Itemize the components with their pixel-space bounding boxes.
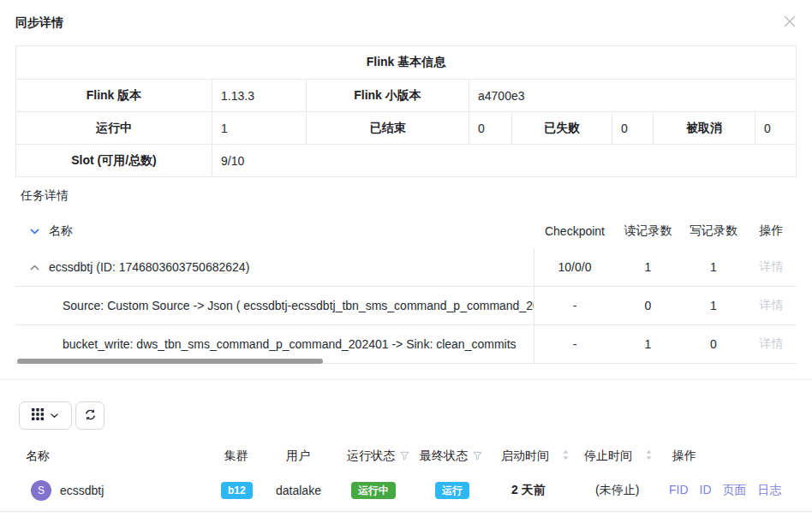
task-section-title: 任务详情 [21, 188, 69, 204]
finished-label: 已结束 [307, 112, 469, 145]
task-read: 0 [615, 299, 681, 312]
chevron-down-icon [50, 409, 59, 423]
flink-minor-version-value: a4700e3 [469, 80, 797, 112]
sorter-icon[interactable] [562, 449, 570, 463]
task-write: 1 [681, 260, 746, 274]
failed-label: 已失败 [512, 112, 612, 145]
filter-icon[interactable] [473, 449, 482, 463]
col-final-status[interactable]: 最终状态 [420, 449, 482, 464]
job-name: ecssdbtj [60, 484, 104, 497]
avatar: S [31, 480, 51, 501]
job-user: datalake [276, 484, 321, 497]
task-row-parent: ecssdbtj (ID: 1746803603750682624) 10/0/… [15, 248, 797, 287]
page-link[interactable]: 页面 [723, 483, 747, 498]
col-name: 名称 [26, 449, 50, 464]
flink-info-header: Flink 基本信息 [16, 46, 797, 80]
failed-value: 0 [612, 112, 654, 145]
col-stop-time[interactable]: 停止时间 [584, 449, 653, 464]
column-settings-button[interactable] [19, 401, 72, 430]
chevron-down-icon[interactable] [29, 226, 40, 237]
row-actions: FID ID 页面 日志 [669, 483, 782, 498]
task-write: 1 [681, 299, 746, 312]
chevron-up-icon[interactable] [29, 262, 40, 273]
cluster-tag: b12 [221, 482, 253, 499]
stop-time: (未停止) [595, 483, 639, 498]
flink-minor-version-label: Flink 小版本 [307, 80, 469, 112]
flink-version-value: 1.13.3 [212, 80, 307, 112]
running-value: 1 [212, 112, 307, 145]
start-time: 2 天前 [511, 483, 546, 498]
task-checkpoint: 10/0/0 [534, 260, 615, 274]
canceled-label: 被取消 [654, 112, 755, 145]
col-start-time[interactable]: 启动时间 [501, 449, 570, 464]
job-table-header: 名称 集群 用户 运行状态 最终状态 启动时间 停止时间 操作 [0, 445, 812, 471]
final-status-badge: 运行 [435, 482, 469, 499]
task-table: 名称 Checkpoint 读记录数 写记录数 操作 ecssdbtj (ID:… [15, 214, 797, 364]
slot-value: 9/10 [212, 145, 797, 177]
task-table-header: 名称 Checkpoint 读记录数 写记录数 操作 [15, 214, 797, 248]
task-row-source: Source: Custom Source -> Json ( ecssdbtj… [15, 287, 797, 325]
running-label: 运行中 [16, 112, 212, 145]
refresh-button[interactable] [75, 401, 104, 430]
grid-icon [32, 408, 44, 423]
log-link[interactable]: 日志 [758, 483, 782, 498]
col-action: 操作 [672, 449, 696, 464]
col-user: 用户 [286, 449, 310, 464]
task-name: ecssdbtj (ID: 1746803603750682624) [49, 260, 249, 274]
id-link[interactable]: ID [700, 483, 712, 498]
task-checkpoint: - [534, 299, 615, 312]
divider [0, 379, 812, 380]
flink-info-table: Flink 基本信息 Flink 版本 1.13.3 Flink 小版本 a47… [15, 45, 797, 177]
task-name: Source: Custom Source -> Json ( ecssdbtj… [63, 299, 534, 312]
col-cluster: 集群 [224, 449, 248, 464]
fid-link[interactable]: FID [669, 483, 689, 498]
dialog-title: 同步详情 [15, 15, 63, 31]
horizontal-scrollbar-thumb[interactable] [17, 359, 323, 364]
task-checkpoint: - [534, 337, 615, 351]
col-run-status[interactable]: 运行状态 [347, 449, 409, 464]
refresh-icon [84, 408, 97, 424]
col-write-records: 写记录数 [681, 223, 746, 239]
filter-icon[interactable] [400, 449, 409, 463]
close-icon[interactable] [782, 14, 797, 29]
finished-value: 0 [469, 112, 512, 145]
detail-link[interactable]: 详情 [760, 336, 784, 350]
job-row: S ecssdbtj b12 datalake 运行中 运行 2 天前 (未停止… [0, 470, 812, 512]
slot-label: Slot (可用/总数) [16, 145, 212, 177]
task-write: 0 [681, 337, 746, 351]
canceled-value: 0 [755, 112, 797, 145]
toolbar [19, 401, 104, 430]
task-read: 1 [615, 337, 681, 351]
col-name: 名称 [49, 223, 73, 239]
sorter-icon[interactable] [645, 449, 653, 463]
flink-version-label: Flink 版本 [16, 80, 212, 112]
detail-link[interactable]: 详情 [760, 259, 784, 273]
detail-link[interactable]: 详情 [760, 298, 784, 312]
col-checkpoint: Checkpoint [534, 224, 615, 238]
task-read: 1 [615, 260, 681, 274]
col-action: 操作 [746, 223, 797, 239]
run-status-badge: 运行中 [351, 482, 396, 499]
col-read-records: 读记录数 [615, 223, 681, 239]
task-name: bucket_write: dws_tbn_sms_command_p_comm… [63, 337, 516, 351]
